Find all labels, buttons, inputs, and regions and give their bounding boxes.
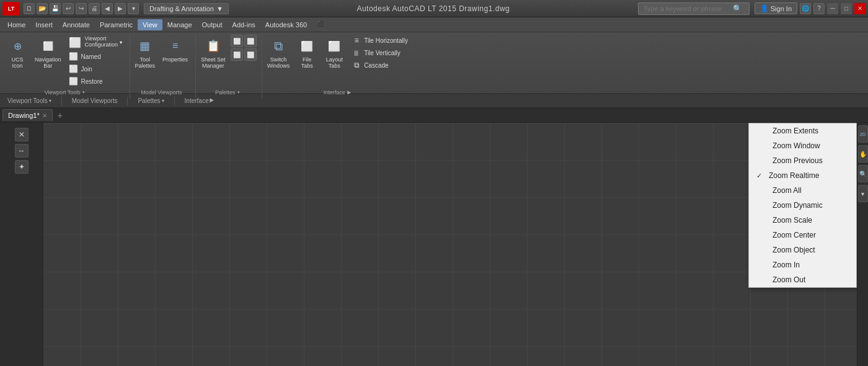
cascade-label: Cascade: [364, 62, 388, 69]
plot-button[interactable]: 🖨: [89, 3, 100, 14]
zoom-window-item[interactable]: Zoom Window: [749, 138, 856, 153]
model-viewports-section[interactable]: Model Viewports: [69, 96, 120, 105]
zoom-out-item[interactable]: Zoom Out: [749, 272, 856, 287]
redo-button[interactable]: ↪: [76, 3, 87, 14]
prev-button[interactable]: ◀: [102, 3, 113, 14]
search-box[interactable]: 🔍: [638, 2, 750, 15]
zoom-scale-item[interactable]: Zoom Scale: [749, 213, 856, 228]
tool-palettes-button[interactable]: ▦ ToolPalettes: [133, 35, 158, 71]
maximize-button[interactable]: □: [841, 3, 852, 14]
next-button[interactable]: ▶: [115, 3, 126, 14]
help-button[interactable]: ?: [813, 3, 825, 14]
file-tabs-button[interactable]: ⬜ FileTabs: [294, 35, 319, 71]
viewport-tools-section-chevron: ▾: [49, 98, 51, 104]
app-logo: LT: [2, 2, 20, 16]
file-tabs-icon: ⬜: [297, 36, 317, 56]
left-close-btn[interactable]: ✕: [15, 128, 29, 141]
viewport-tools-section[interactable]: Viewport Tools ▾: [5, 96, 54, 105]
menu-addins[interactable]: Add-ins: [228, 19, 260, 30]
tile-horizontally-button[interactable]: ≡ Tile Horizontally: [349, 35, 410, 46]
title-right-controls: 👤 Sign In 🌐 ? ─ □ ✕: [755, 2, 866, 14]
zoom-window-label: Zoom Window: [773, 141, 820, 150]
menu-view[interactable]: View: [138, 19, 162, 30]
search-input[interactable]: [644, 5, 730, 12]
palette-btn-3[interactable]: ⬜: [231, 48, 243, 61]
navigation-bar-button[interactable]: ⬜ NavigationBar: [32, 35, 64, 71]
switch-windows-button[interactable]: ⧉ SwitchWindows: [265, 35, 293, 71]
main-area: ✕ ↔ ✦ Zoom Extents Zoom Window Zoom Prev…: [0, 123, 868, 366]
tool-palettes-label: ToolPalettes: [135, 57, 156, 69]
menu-parametric[interactable]: Parametric: [95, 19, 138, 30]
nav-zoom-button[interactable]: 🔍: [858, 165, 868, 182]
menu-annotate[interactable]: Annotate: [58, 19, 95, 30]
menu-autodesk360[interactable]: Autodesk 360: [260, 19, 312, 30]
nav-pan-button[interactable]: ✋: [858, 145, 868, 163]
open-button[interactable]: 📂: [37, 3, 48, 14]
model-viewports-label-text: Model Viewports: [141, 89, 182, 96]
zoom-previous-item[interactable]: Zoom Previous: [749, 153, 856, 168]
zoom-in-item[interactable]: Zoom In: [749, 257, 856, 272]
nav-2d-button[interactable]: 2D: [858, 125, 868, 143]
palettes-section[interactable]: Palettes ▾: [135, 96, 166, 105]
ribbon-group-palettes: 📋 Sheet SetManager ⬜ ⬜ ⬜ ⬜ Palettes ▾: [196, 35, 262, 98]
section-divider-1: [61, 97, 62, 105]
layout-tabs-button[interactable]: ⬜ LayoutTabs: [322, 35, 347, 71]
ucs-icon-label: UCSIcon: [11, 57, 23, 69]
more-button[interactable]: ▾: [128, 3, 139, 14]
menu-insert[interactable]: Insert: [30, 19, 58, 30]
minimize-button[interactable]: ─: [827, 3, 838, 14]
viewport-tools-label-text: Viewport Tools: [45, 89, 81, 96]
restore-button[interactable]: ⬜ Restore: [66, 76, 125, 87]
menu-home[interactable]: Home: [2, 19, 30, 30]
zoom-in-label: Zoom In: [773, 261, 800, 269]
sheet-set-manager-button[interactable]: 📋 Sheet SetManager: [198, 35, 228, 71]
viewport-config-label: ViewportConfiguration: [85, 36, 116, 48]
palette-btn-4[interactable]: ⬜: [244, 48, 257, 61]
left-pin-btn[interactable]: ↔: [15, 144, 29, 158]
zoom-object-item[interactable]: Zoom Object: [749, 243, 856, 257]
new-button[interactable]: 🗋: [24, 3, 35, 14]
workspace-label: Drafting & Annotation: [149, 5, 214, 12]
zoom-all-item[interactable]: Zoom All: [749, 183, 856, 198]
cascade-button[interactable]: ⧉ Cascade: [349, 60, 410, 71]
tile-vertically-button[interactable]: ⫼ Tile Vertically: [349, 47, 410, 58]
zoom-extents-item[interactable]: Zoom Extents: [749, 123, 856, 138]
sign-in-button[interactable]: 👤 Sign In: [755, 2, 797, 14]
interface-section[interactable]: Interface ⯈: [182, 96, 218, 105]
zoom-object-label: Zoom Object: [773, 246, 815, 254]
interface-label[interactable]: Interface ⯈: [265, 87, 410, 98]
workspace-selector[interactable]: Drafting & Annotation ▼: [144, 3, 229, 14]
properties-button[interactable]: ≡ Properties: [160, 35, 190, 65]
canvas-grid: [43, 123, 857, 366]
menu-manage[interactable]: Manage: [162, 19, 197, 30]
sign-in-label: Sign In: [771, 5, 792, 12]
interface-section-chevron: ⯈: [210, 98, 215, 104]
zoom-scale-label: Zoom Scale: [773, 216, 812, 225]
palettes-chevron: ▾: [237, 90, 240, 95]
named-button[interactable]: ⬜ Named: [66, 51, 125, 62]
ucs-icon-button[interactable]: ⊕ UCSIcon: [5, 35, 30, 71]
save-button[interactable]: 💾: [50, 3, 61, 14]
right-panel: 2D ✋ 🔍 ▾: [857, 123, 868, 366]
tool-palettes-icon: ▦: [135, 36, 155, 56]
nav-zoom-menu-button[interactable]: ▾: [858, 185, 868, 202]
join-button[interactable]: ⬜ Join: [66, 63, 125, 74]
viewport-config-button[interactable]: ⬜ ViewportConfiguration ▾: [66, 35, 125, 50]
zoom-realtime-item[interactable]: Zoom Realtime: [749, 168, 856, 183]
drawing1-tab[interactable]: Drawing1* ✕: [2, 109, 53, 121]
undo-button[interactable]: ↩: [63, 3, 74, 14]
palette-btn-1[interactable]: ⬜: [231, 35, 243, 47]
zoom-center-item[interactable]: Zoom Center: [749, 228, 856, 243]
left-panel: ✕ ↔ ✦: [0, 123, 43, 366]
close-button[interactable]: ✕: [854, 3, 866, 14]
menu-output[interactable]: Output: [197, 19, 228, 30]
user-icon: 👤: [760, 4, 769, 12]
drawing1-tab-close[interactable]: ✕: [42, 112, 47, 119]
info-button[interactable]: 🌐: [800, 3, 811, 14]
left-settings-btn[interactable]: ✦: [15, 160, 29, 174]
menu-extra[interactable]: ⬛: [312, 19, 330, 30]
new-tab-button[interactable]: +: [54, 109, 66, 122]
zoom-dynamic-item[interactable]: Zoom Dynamic: [749, 198, 856, 213]
palettes-label-text: Palettes: [215, 89, 236, 96]
palette-btn-2[interactable]: ⬜: [244, 35, 257, 47]
